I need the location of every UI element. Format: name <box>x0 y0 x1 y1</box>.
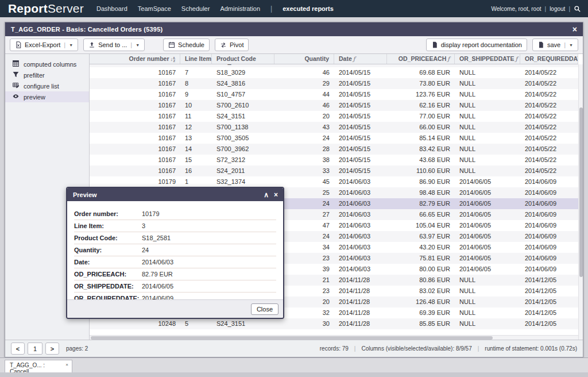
taskbar-strip <box>0 372 588 377</box>
report-tab[interactable]: T_AGG_O... : Cancell... × <box>5 360 72 373</box>
table-row[interactable]: 1016715S72_3212382014/05/1543.68 EURNULL… <box>90 155 578 166</box>
column-header-or-requireddate[interactable]: OR_REQUIREDDATEƒ <box>520 54 578 64</box>
nav-item-dashboard[interactable]: Dashboard <box>96 5 127 12</box>
table-row[interactable]: 1016710S700_2610462014/05/1562.16 EURNUL… <box>90 100 578 111</box>
cell: 63.97 EUR <box>387 231 455 242</box>
sidebar-item-preview[interactable]: preview <box>5 91 89 102</box>
table-row[interactable]: 1016714S700_3962282014/05/1583.42 EURNUL… <box>90 144 578 155</box>
cell: 2014/06/03 <box>334 242 387 253</box>
cell: 2014/06/05 <box>455 198 520 209</box>
cell: NULL <box>455 297 520 307</box>
preview-field-row: OD_PRICEEACH:82.79 EUR <box>74 268 276 280</box>
page-number-input[interactable] <box>28 343 42 355</box>
sidebar-item-configure-list[interactable]: configure list <box>5 80 89 91</box>
table-row[interactable]: 1016712S700_1138432014/05/1566.00 EURNUL… <box>90 122 578 133</box>
table-row[interactable]: 101791S32_1374452014/06/0386.90 EUR2014/… <box>90 176 578 187</box>
cell: 2014/05/22 <box>520 100 578 111</box>
sidebar-item-prefilter[interactable]: prefilter <box>5 70 89 80</box>
cell: 2014/05/15 <box>334 89 387 100</box>
column-header-order-number[interactable]: Order number↓AZ <box>90 54 180 64</box>
horizontal-scrollbar[interactable] <box>90 335 578 340</box>
column-header-or-shippeddate[interactable]: OR_SHIPPEDDATEƒ <box>455 54 520 64</box>
cell: 105.04 EUR <box>387 220 455 231</box>
cell: 80.86 EUR <box>387 275 455 286</box>
field-label: OD_PRICEEACH: <box>74 271 142 278</box>
pivot-button[interactable]: Pivot <box>215 39 249 51</box>
cell: 46 <box>274 67 334 78</box>
cell: 75.81 EUR <box>387 253 455 264</box>
column-header-quantity[interactable]: Quantity <box>274 54 334 64</box>
table-row[interactable]: 102485S24_3151302014/11/2885.85 EURNULL2… <box>90 318 578 329</box>
send-to-button[interactable]: Send to ...|▼ <box>83 39 145 51</box>
cell: 73.80 EUR <box>387 78 455 89</box>
close-icon[interactable]: × <box>274 191 278 198</box>
table-row[interactable]: 1016713S700_3505242014/05/1585.14 EURNUL… <box>90 133 578 144</box>
nav-item-executed-reports[interactable]: executed reports <box>283 5 334 12</box>
column-header-date[interactable]: Dateƒ <box>334 54 387 64</box>
chevron-down-icon: ▼ <box>569 43 573 47</box>
cell: 15 <box>180 155 212 166</box>
table-row[interactable]: 101677S18_3029462014/05/1569.68 EURNULL2… <box>90 67 578 78</box>
cell: 2014/05/22 <box>520 122 578 133</box>
cell: 2014/05/15 <box>334 78 387 89</box>
logout-link[interactable]: logout <box>550 6 565 12</box>
table-row[interactable]: 101678S24_3816292014/05/1573.80 EURNULL2… <box>90 78 578 89</box>
cell: 2014/05/15 <box>334 133 387 144</box>
cell: 10167 <box>90 100 180 111</box>
column-header-product-code[interactable]: Product Code <box>212 54 274 64</box>
schedule-button[interactable]: Schedule <box>163 39 210 51</box>
next-page-button[interactable]: > <box>45 343 59 355</box>
preview-dialog-header[interactable]: Preview ∧ × <box>67 188 283 201</box>
cell: 2014/11/28 <box>334 286 387 297</box>
cell: 8 <box>180 78 212 89</box>
table-row[interactable]: 1016711S24_3151202014/05/1577.00 EURNULL… <box>90 111 578 122</box>
excel-export-button[interactable]: Excel-Export|▼ <box>10 39 78 51</box>
cell: 2014/06/05 <box>455 187 520 198</box>
vertical-scrollbar[interactable] <box>578 64 583 340</box>
cell: NULL <box>455 318 520 329</box>
cell: 6 <box>180 329 212 332</box>
preview-field-row: Order number:10179 <box>74 208 276 220</box>
cell: 2014/05/22 <box>520 166 578 176</box>
cell: 2014/06/09 <box>520 253 578 264</box>
cell: 66.00 EUR <box>387 122 455 133</box>
prev-page-button[interactable]: < <box>11 343 25 355</box>
cell: 46 <box>274 100 334 111</box>
cell: 2014/06/03 <box>334 176 387 187</box>
bottom-tab-strip: T_AGG_O... : Cancell... × <box>0 357 588 372</box>
collapse-icon[interactable]: ∧ <box>264 191 269 198</box>
dialog-close-button[interactable]: Close <box>251 303 278 315</box>
cell: NULL <box>455 78 520 89</box>
vertical-scroll-thumb[interactable] <box>579 107 583 277</box>
chevron-down-icon: ▼ <box>69 43 73 47</box>
cell: 2014/05/15 <box>334 144 387 155</box>
welcome-text: Welcome, root, root <box>491 6 541 12</box>
sidebar-item-computed-columns[interactable]: computed columns <box>5 59 89 70</box>
cell: 2014/06/05 <box>455 253 520 264</box>
table-row[interactable]: 1016716S24_2011332014/05/15110.60 EURNUL… <box>90 166 578 176</box>
cell: 2014/06/05 <box>455 220 520 231</box>
nav-item-administration[interactable]: Administration <box>220 5 260 12</box>
display-documentation-button[interactable]: display report documentation <box>426 39 527 51</box>
cell: 110.60 EUR <box>387 166 455 176</box>
columns-info-label: Columns (visible/selected/available): 8/… <box>361 345 471 352</box>
nav-item-teamspace[interactable]: TeamSpace <box>138 5 171 12</box>
cell: 85.85 EUR <box>387 318 455 329</box>
table-row[interactable]: 102486S700_1138262014/11/2866.00 EURNULL… <box>90 329 578 332</box>
table-row[interactable]: 101679S10_4757442014/05/15123.76 EURNULL… <box>90 89 578 100</box>
table-header-row: Order number↓AZLine Item↓AZProduct CodeQ… <box>90 54 578 64</box>
close-icon[interactable]: × <box>572 25 577 33</box>
search-icon[interactable] <box>574 5 581 13</box>
column-header-od-priceeach[interactable]: OD_PRICEEACHƒ <box>387 54 455 64</box>
nav-user-area: Welcome, root, root | logout | <box>491 5 581 13</box>
cell: 2014/05/22 <box>520 67 578 78</box>
nav-item-scheduler[interactable]: Scheduler <box>181 5 210 12</box>
divider: | <box>354 345 356 352</box>
save-button[interactable]: save|▼ <box>532 39 578 51</box>
app-logo[interactable]: ReportServer <box>8 2 84 16</box>
tab-close-icon[interactable]: × <box>65 362 68 367</box>
cell: 83.42 EUR <box>387 144 455 155</box>
cell: 2014/06/03 <box>334 264 387 275</box>
column-header-line-item[interactable]: Line Item↓AZ <box>180 54 212 64</box>
cell: 2014/05/22 <box>520 144 578 155</box>
